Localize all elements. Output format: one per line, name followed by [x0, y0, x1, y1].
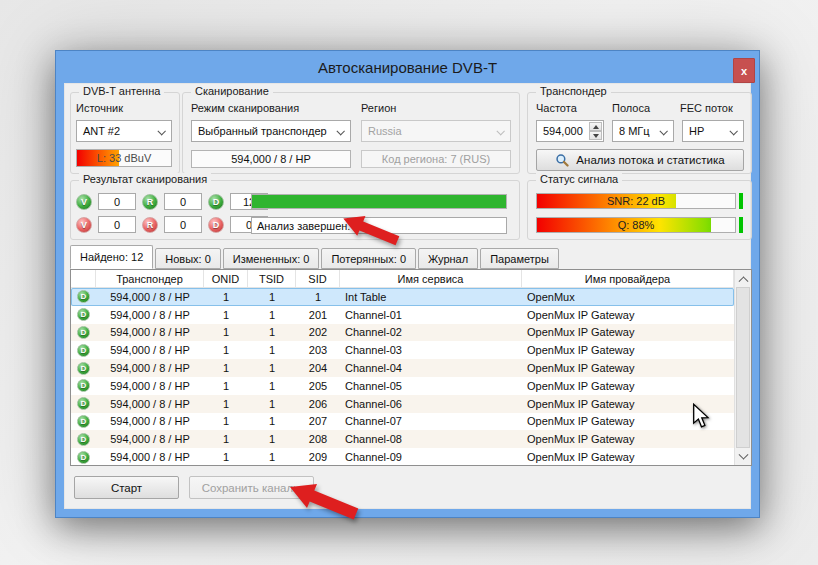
title-bar[interactable]: Автосканирование DVB-T [56, 51, 759, 83]
start-button-label: Старт [111, 482, 142, 494]
cell-onid: 1 [204, 398, 248, 410]
cell-tsid: 1 [248, 380, 296, 392]
scan-mode-label: Режим сканирования [191, 102, 299, 114]
cell-provider: OpenMux [522, 291, 734, 303]
cell-provider: OpenMux IP Gateway [522, 451, 734, 463]
service-d-icon: D [77, 362, 90, 375]
cell-tsid: 1 [248, 326, 296, 338]
fec-label: FEC поток [680, 102, 733, 114]
magnifier-icon [555, 153, 570, 168]
frequency-value: 594,000 [543, 125, 583, 137]
table-row[interactable]: D594,000 / 8 / HP11204Channel-04OpenMux … [71, 359, 734, 377]
group-result: Результат сканирования V0R0D12 V0R0D0 Ан… [70, 180, 520, 240]
fec-select[interactable]: HP [682, 120, 744, 142]
cell-tsid: 1 [248, 433, 296, 445]
cell-transponder: 594,000 / 8 / HP [96, 344, 204, 356]
group-scan: Сканирование Режим сканирования Выбранны… [182, 92, 520, 174]
group-transponder: Транспондер Частота Полоса FEC поток 594… [527, 92, 752, 174]
cell-onid: 1 [204, 309, 248, 321]
quality-peak-tick [739, 217, 743, 233]
stepper-down-icon[interactable] [589, 131, 602, 140]
stepper-up-icon[interactable] [589, 122, 602, 131]
analyze-stream-button[interactable]: Анализ потока и статистика [536, 149, 744, 171]
column-header-4: SID [296, 270, 340, 287]
found-v-icon: V [76, 194, 92, 210]
cell-service: Channel-06 [340, 398, 522, 410]
antenna-source-value: ANT #2 [83, 125, 120, 137]
column-header-1: Транспондер [96, 270, 204, 287]
table-row[interactable]: D594,000 / 8 / HP11202Channel-02OpenMux … [71, 324, 734, 342]
annotation-arrow-save [285, 477, 365, 525]
signal-level-bar: L: 33 dBuV [76, 149, 172, 167]
tab-journal[interactable]: Журнал [418, 248, 478, 269]
cell-sid: 208 [296, 433, 340, 445]
cell-service: Channel-09 [340, 451, 522, 463]
group-signal: Статус сигнала SNR: 22 dB Q: 88% [527, 180, 752, 240]
lost-v-icon: V [76, 217, 92, 233]
cell-service: Channel-05 [340, 380, 522, 392]
cell-transponder: 594,000 / 8 / HP [96, 451, 204, 463]
service-d-icon: D [77, 433, 90, 446]
scroll-down-icon[interactable] [735, 449, 751, 465]
cell-onid: 1 [204, 433, 248, 445]
cell-provider: OpenMux IP Gateway [522, 380, 734, 392]
close-button[interactable]: x [733, 58, 755, 83]
cell-transponder: 594,000 / 8 / HP [96, 362, 204, 374]
scrollbar-thumb[interactable] [736, 287, 750, 448]
column-header-6: Имя провайдера [522, 270, 734, 287]
tab-changed[interactable]: Измененных: 0 [223, 248, 320, 269]
results-tab-strip: Найдено: 12Новых: 0Измененных: 0Потерянн… [70, 245, 561, 269]
table-row[interactable]: D594,000 / 8 / HP11201Channel-01OpenMux … [71, 306, 734, 324]
cell-tsid: 1 [248, 362, 296, 374]
cell-onid: 1 [204, 362, 248, 374]
service-d-icon: D [77, 397, 90, 410]
scan-mode-select[interactable]: Выбранный транспондер [191, 120, 351, 142]
column-header-2: ONID [204, 270, 248, 287]
tab-parameters[interactable]: Параметры [480, 248, 559, 269]
cell-tsid: 1 [248, 344, 296, 356]
group-antenna: DVB-T антенна Источник ANT #2 L: 33 dBuV [70, 92, 180, 174]
group-result-title: Результат сканирования [79, 173, 211, 185]
cell-sid: 207 [296, 415, 340, 427]
cell-sid: 202 [296, 326, 340, 338]
group-signal-title: Статус сигнала [536, 173, 622, 185]
cell-transponder: 594,000 / 8 / HP [96, 291, 204, 303]
stepper-buttons[interactable] [589, 122, 602, 140]
table-row[interactable]: D594,000 / 8 / HP111Int TableOpenMux [71, 288, 734, 306]
snr-text: SNR: 22 dB [537, 194, 735, 208]
snr-peak-tick [739, 193, 743, 209]
chevron-down-icon [729, 127, 737, 135]
tab-new[interactable]: Новых: 0 [155, 248, 221, 269]
cell-transponder: 594,000 / 8 / HP [96, 415, 204, 427]
quality-text: Q: 88% [537, 218, 735, 232]
cell-provider: OpenMux IP Gateway [522, 362, 734, 374]
tab-found[interactable]: Найдено: 12 [70, 245, 153, 269]
table-row[interactable]: D594,000 / 8 / HP11208Channel-08OpenMux … [71, 430, 734, 448]
cell-provider: OpenMux IP Gateway [522, 433, 734, 445]
start-button[interactable]: Старт [74, 476, 179, 499]
found-r-icon: R [142, 194, 158, 210]
service-d-icon: D [77, 326, 90, 339]
band-select[interactable]: 8 МГц [612, 120, 674, 142]
scan-progress-bar [251, 194, 507, 209]
table-row[interactable]: D594,000 / 8 / HP11205Channel-05OpenMux … [71, 377, 734, 395]
lost-counters-row: V0R0D0 [76, 216, 268, 233]
frequency-summary-field: 594,000 / 8 / HP [191, 150, 351, 168]
tab-lost[interactable]: Потерянных: 0 [321, 248, 416, 269]
window-title: Автосканирование DVB-T [318, 59, 497, 76]
table-row[interactable]: D594,000 / 8 / HP11207Channel-07OpenMux … [71, 413, 734, 431]
table-row[interactable]: D594,000 / 8 / HP11209Channel-09OpenMux … [71, 448, 734, 465]
vertical-scrollbar[interactable] [734, 270, 751, 465]
antenna-source-select[interactable]: ANT #2 [76, 120, 172, 142]
group-antenna-title: DVB-T антенна [79, 85, 164, 97]
cell-service: Channel-01 [340, 309, 522, 321]
found-counters-row: V0R0D12 [76, 193, 268, 210]
cell-provider: OpenMux IP Gateway [522, 326, 734, 338]
scroll-up-icon[interactable] [735, 270, 751, 286]
signal-level-text: L: 33 dBuV [77, 150, 171, 166]
frequency-stepper[interactable]: 594,000 [536, 120, 604, 142]
snr-bar: SNR: 22 dB [536, 193, 736, 209]
table-row[interactable]: D594,000 / 8 / HP11203Channel-03OpenMux … [71, 341, 734, 359]
scan-mode-value: Выбранный транспондер [198, 125, 327, 137]
table-row[interactable]: D594,000 / 8 / HP11206Channel-06OpenMux … [71, 395, 734, 413]
